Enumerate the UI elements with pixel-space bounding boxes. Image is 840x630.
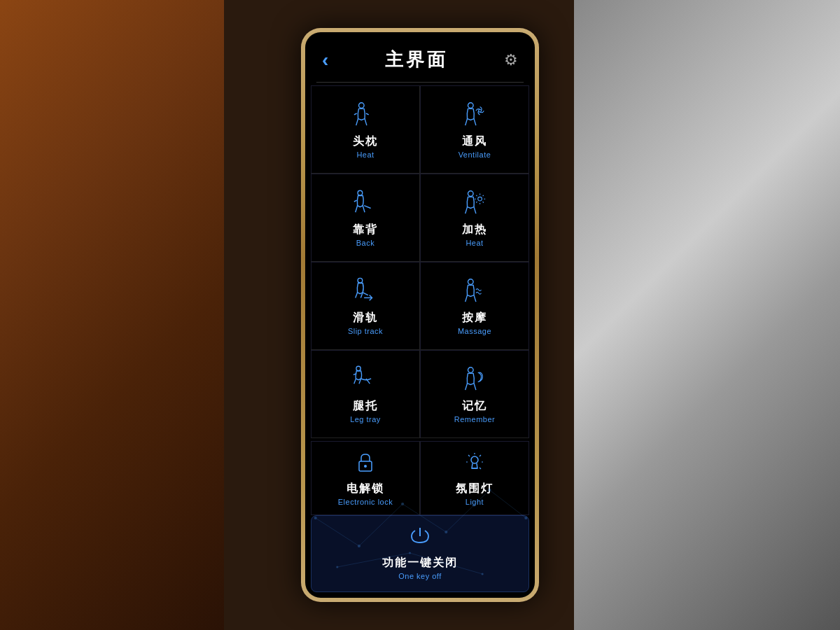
sliptrack-chinese: 滑轨 — [353, 311, 378, 326]
device-frame: ‹ 主界面 ⚙ 头枕 Heat — [301, 28, 539, 602]
screen: ‹ 主界面 ⚙ 头枕 Heat — [305, 32, 535, 598]
remember-item[interactable]: 记忆 Remember — [420, 350, 529, 438]
ventilate-chinese: 通风 — [462, 134, 487, 149]
power-english: One key off — [398, 572, 442, 580]
back-item[interactable]: 靠背 Back — [311, 174, 420, 262]
svg-point-1 — [468, 103, 474, 108]
legtray-item[interactable]: 腿托 Leg tray — [311, 350, 420, 438]
svg-point-9 — [468, 368, 474, 373]
legtray-chinese: 腿托 — [353, 399, 378, 414]
svg-point-6 — [358, 278, 363, 283]
heat-english: Heat — [465, 239, 483, 247]
remember-icon — [461, 365, 488, 395]
headrest-item[interactable]: 头枕 Heat — [311, 85, 420, 174]
ventilate-item[interactable]: 通风 Ventilate — [420, 85, 529, 174]
legtray-icon — [352, 365, 379, 395]
header: ‹ 主界面 ⚙ — [305, 32, 535, 82]
settings-icon[interactable]: ⚙ — [504, 51, 518, 69]
back-chinese: 靠背 — [353, 223, 378, 237]
headrest-english: Heat — [356, 150, 374, 159]
light-chinese: 氛围灯 — [456, 482, 493, 496]
svg-point-7 — [468, 279, 474, 285]
power-icon — [408, 524, 432, 552]
remember-english: Remember — [454, 415, 495, 424]
elock-english: Electronic lock — [338, 498, 393, 506]
svg-point-5 — [478, 197, 482, 201]
back-icon — [352, 188, 379, 218]
light-icon — [463, 450, 486, 477]
light-item[interactable]: 氛围灯 Light — [420, 441, 529, 515]
svg-point-3 — [358, 190, 363, 195]
remember-chinese: 记忆 — [462, 399, 487, 414]
lock-icon — [354, 450, 377, 477]
page-title: 主界面 — [385, 48, 448, 72]
massage-icon — [461, 276, 488, 307]
light-english: Light — [465, 498, 484, 506]
elock-chinese: 电解锁 — [346, 482, 384, 496]
ventilate-icon — [461, 100, 488, 130]
heat-chinese: 加热 — [462, 223, 487, 237]
svg-point-11 — [364, 465, 367, 468]
headrest-icon — [352, 100, 379, 130]
power-item[interactable]: 功能一键关闭 One key off — [311, 515, 529, 592]
main-grid: 头枕 Heat 通风 — [305, 83, 535, 441]
svg-point-4 — [468, 191, 474, 197]
sliptrack-english: Slip track — [348, 327, 383, 335]
back-english: Back — [356, 239, 374, 247]
legtray-english: Leg tray — [350, 415, 381, 424]
background-right — [574, 0, 840, 630]
svg-point-12 — [471, 456, 478, 463]
headrest-chinese: 头枕 — [353, 134, 378, 149]
elock-item[interactable]: 电解锁 Electronic lock — [311, 441, 420, 515]
sliptrack-item[interactable]: 滑轨 Slip track — [311, 262, 420, 350]
bottom-row: 电解锁 Electronic lock 氛围灯 Light — [305, 441, 535, 515]
svg-point-2 — [479, 109, 482, 112]
svg-point-8 — [356, 366, 360, 370]
sliptrack-icon — [352, 276, 379, 307]
massage-english: Massage — [458, 327, 491, 335]
massage-item[interactable]: 按摩 Massage — [420, 262, 529, 350]
background-left — [0, 0, 224, 630]
massage-chinese: 按摩 — [462, 311, 487, 326]
back-button[interactable]: ‹ — [322, 49, 328, 71]
power-chinese: 功能一键关闭 — [382, 556, 458, 570]
heat-icon — [461, 188, 488, 218]
heat-item[interactable]: 加热 Heat — [420, 174, 529, 262]
svg-point-0 — [359, 103, 365, 108]
ventilate-english: Ventilate — [458, 150, 491, 159]
